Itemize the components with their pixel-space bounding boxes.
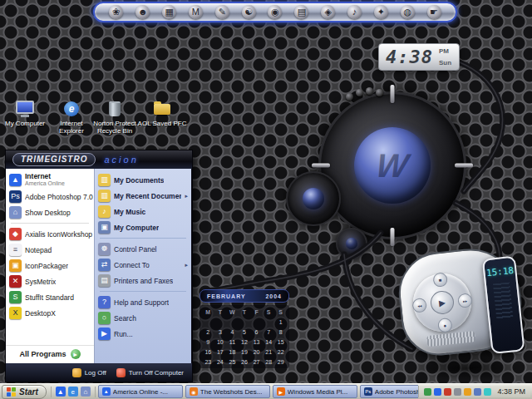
start-item-sysmetrix[interactable]: ✕SysMetrix [6,273,94,289]
start-item-my-documents[interactable]: ▥My Documents [95,172,191,188]
menu-separator [11,223,89,224]
pen-icon[interactable]: ✎ [215,5,229,19]
start-item-control-panel[interactable]: ☸Control Panel [95,241,191,257]
calendar-day-cell[interactable]: 6 [250,328,263,337]
start-item-internet[interactable]: ▲InternetAmerica Online [6,170,94,189]
turn-off-button[interactable]: Turn Off Computer [116,368,184,377]
music-icon[interactable]: ♪ [347,5,362,19]
window-icon[interactable]: ▦ [162,5,176,19]
tray-icon-4[interactable] [454,388,461,396]
desktop-icon-internet-explorer[interactable]: e Internet Explorer [48,100,95,135]
face-icon[interactable]: ☻ [135,5,150,19]
calendar-day-cell[interactable]: 25 [226,357,239,367]
next-button[interactable]: ▸▸ [457,293,473,308]
calendar-day-cell[interactable]: 14 [263,337,275,347]
clock-widget[interactable]: 4:38 PM Sun [378,43,460,71]
start-item-my-music[interactable]: ♪My Music [95,204,191,219]
flower-icon[interactable]: ❀ [109,5,123,19]
calendar-day-cell[interactable]: 13 [250,337,263,347]
start-item-run[interactable]: ▶Run... [95,326,191,342]
player-control-pad: ◂◂ ▸▸ ■ ● ▶ [411,271,475,335]
ie-quicklaunch-icon[interactable]: e [68,387,78,397]
start-item-search[interactable]: ○Search [95,310,191,326]
start-item-stuffit[interactable]: SStuffIt Standard [6,289,94,305]
desktop-icon-my-computer[interactable]: My Computer [2,100,48,127]
start-item-printers-and-faxes[interactable]: ▤Printers and Faxes [95,273,191,288]
start-item-connect-to[interactable]: ⇄Connect To▸ [95,257,191,273]
taskbar-window-photoshop[interactable]: PsAdobe Photoshop ... [360,385,419,398]
previous-button[interactable]: ◂◂ [411,298,427,313]
calendar-day-cell[interactable]: 28 [263,357,275,367]
calendar-day-cell[interactable]: 23 [202,357,214,367]
calendar-day-cell[interactable]: 24 [214,357,227,367]
speaker-knob [346,93,353,101]
tray-icon-7[interactable] [484,388,491,396]
calendar-day-cell[interactable]: 26 [239,357,251,367]
calendar-day-cell[interactable]: 7 [263,328,275,337]
tray-icon-1[interactable] [424,388,431,396]
calendar-day-cell[interactable]: 18 [226,347,239,357]
calendar-day-cell[interactable]: 10 [214,337,227,347]
calendar-day-cell[interactable]: 19 [239,347,251,357]
start-item-my-recent-documents[interactable]: ▥My Recent Documents▸ [95,188,191,204]
globe-icon[interactable]: ◍ [401,5,415,19]
document-icon[interactable]: ▤ [294,5,308,19]
calendar-header: FEBRUARY 2004 [200,289,289,303]
winamp-icon[interactable]: M [189,5,203,19]
start-item-show-desktop[interactable]: ⌂Show Desktop [6,204,94,220]
calendar-day-cell[interactable]: 2 [202,328,214,337]
all-programs-button[interactable]: All Programs ▸ [6,345,94,362]
tray-icon-2[interactable] [434,388,441,396]
cd-icon[interactable]: ◉ [268,5,282,19]
calendar-day-cell[interactable]: 3 [214,328,227,337]
desktop-icon-norton-recycle-bin[interactable]: Norton Protect Recycle Bin [91,100,138,135]
start-item-iconpackager[interactable]: ▣IconPackager [6,258,94,273]
calendar-widget[interactable]: FEBRUARY 2004 MTWTFSS1234567891011121314… [200,289,289,368]
calendar-day-cell[interactable]: 20 [250,347,263,357]
calendar-day-cell[interactable]: 29 [274,357,287,367]
start-menu-left-column: ▲InternetAmerica OnlinePsAdobe Photoshop… [6,169,94,363]
taskbar-window-aol[interactable]: ▲America Online -... [98,385,183,398]
tray-icon-5[interactable] [464,388,471,396]
calendar-day-cell[interactable]: 12 [239,337,251,347]
taskbar-window-webshots[interactable]: ◉The Webshots Des... [185,385,270,398]
calendar-day-cell[interactable]: 21 [263,347,275,357]
calendar-day-cell[interactable]: 16 [202,347,214,357]
start-item-axialis-iconworkshop[interactable]: ◆Axialis IconWorkshop 5.0 [6,226,94,242]
log-off-button[interactable]: Log Off [72,368,106,377]
aol-quicklaunch-icon[interactable]: ▲ [56,387,66,397]
calendar-day-cell[interactable]: 8 [274,328,287,337]
show-desktop-quicklaunch-icon[interactable]: ⌂ [81,387,91,397]
start-button[interactable]: Start [2,385,47,399]
taskbar-clock[interactable]: 4:38 PM [497,387,525,396]
tray-icon-6[interactable] [474,388,481,396]
desktop-icon-label: AOL Saved PFC [136,120,188,127]
star-icon[interactable]: ✦ [374,5,388,19]
player-speaker-grille [426,331,475,347]
calendar-day-cell[interactable]: 11 [226,337,239,347]
menu-button[interactable]: ● [437,318,453,333]
yinyang-icon[interactable]: ☯ [242,5,256,19]
calendar-day-cell[interactable]: 27 [250,357,263,367]
play-button[interactable]: ▶ [430,290,456,316]
calendar-day-cell[interactable]: 9 [202,337,214,347]
calendar-day-header: W [226,308,239,317]
calendar-day-cell[interactable]: 4 [226,328,239,337]
diamond-icon[interactable]: ◈ [321,5,335,19]
start-item-notepad[interactable]: ≡Notepad [6,242,94,258]
start-item-photoshop[interactable]: PsAdobe Photoshop 7.0 [6,189,94,204]
stop-button[interactable]: ■ [432,272,448,288]
start-item-my-computer[interactable]: ▣My Computer [95,219,191,235]
start-item-sysmetrix-icon: ✕ [9,275,22,288]
calendar-day-cell[interactable]: 1 [274,318,287,327]
tray-icon-3[interactable] [444,388,451,396]
desktop-icon-aol-saved-pfc[interactable]: AOL Saved PFC [136,100,188,127]
hand-icon[interactable]: ☛ [427,5,441,19]
taskbar-window-wmp[interactable]: ▶Windows Media Pl... [273,385,357,398]
calendar-day-cell[interactable]: 17 [214,347,227,357]
calendar-day-cell[interactable]: 5 [239,328,251,337]
calendar-day-cell[interactable]: 22 [274,347,287,357]
start-item-desktopx[interactable]: XDesktopX [6,305,94,321]
start-item-help-and-support[interactable]: ?Help and Support [95,294,191,310]
calendar-day-cell[interactable]: 15 [274,337,287,347]
